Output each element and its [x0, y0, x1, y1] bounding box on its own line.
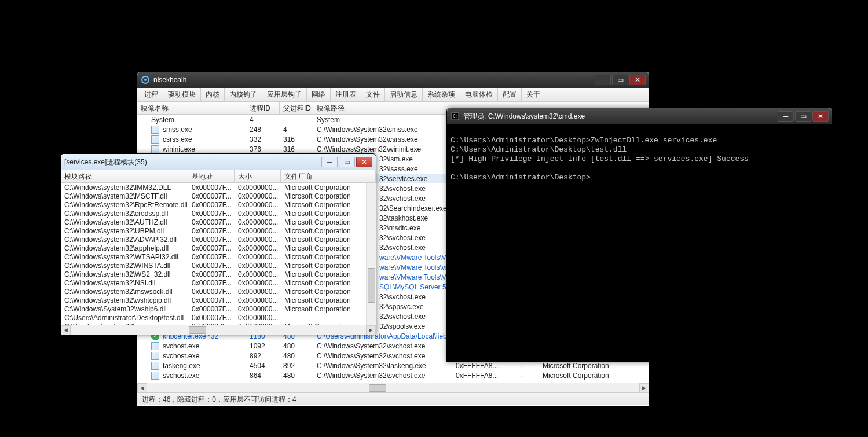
menu-item-7[interactable]: 文件 [361, 88, 385, 101]
menu-item-3[interactable]: 内核钩子 [225, 88, 262, 101]
cmd-titlebar[interactable]: C:\ 管理员: C:\Windows\system32\cmd.exe ─ ▭… [447, 108, 832, 124]
cell-module-path: C:\Users\Administrator\Desktop\test.dll [61, 313, 188, 322]
cell-module-path: C:\Windows\system32\RpcRtRemote.dll [61, 200, 188, 210]
menu-item-1[interactable]: 驱动模块 [163, 88, 201, 101]
cmd-output[interactable]: C:\Users\Administrator\Desktop>ZwInjectD… [447, 124, 832, 362]
table-row[interactable]: C:\Windows\system32\WTSAPI32.dll0x000007… [61, 252, 376, 261]
cell-size: 0x0000000... [235, 287, 281, 296]
cell-ppid: 4 [280, 125, 313, 134]
table-row[interactable]: C:\Windows\system32\MSCTF.dll0x000007F..… [61, 192, 376, 200]
cell-module-path: C:\Windows\system32\apphelp.dll [61, 244, 188, 253]
menu-item-6[interactable]: 注册表 [331, 88, 361, 101]
table-row[interactable]: C:\Windows\system32\mswsock.dll0x000007F… [61, 287, 376, 296]
modules-h-scrollbar[interactable]: ◀ ▶ [61, 325, 376, 335]
v-scrollbar[interactable] [366, 183, 376, 325]
cell-vendor: Microsoft Corporation [281, 296, 376, 305]
cell-pid: 376 [246, 145, 280, 154]
scroll-right-icon[interactable]: ▶ [366, 325, 376, 335]
col-vendor[interactable]: 文件厂商 [281, 170, 376, 182]
cell-base: 0x000007F... [188, 226, 235, 236]
main-titlebar[interactable]: nisekhealh ─ ▭ ✕ [137, 72, 649, 88]
table-row[interactable]: C:\Windows\System32\wship6.dll0x000007F.… [61, 304, 376, 313]
app-file-icon [151, 342, 159, 350]
menu-item-11[interactable]: 配置 [498, 88, 522, 101]
table-row[interactable]: C:\Windows\system32\NSI.dll0x000007F...0… [61, 278, 376, 287]
status-bar: 进程：46，隐藏进程：0，应用层不可访问进程：4 [137, 392, 649, 405]
cell-base: 0x000007F... [188, 313, 235, 322]
close-button[interactable]: ✕ [629, 75, 646, 85]
cell-size: 0x0000000... [235, 209, 281, 218]
menu-item-9[interactable]: 系统杂项 [423, 88, 460, 101]
cell-name: csrss.exe [137, 135, 246, 144]
app-file-icon [151, 372, 159, 380]
menu-item-5[interactable]: 网络 [307, 88, 331, 101]
cell-module-path: C:\Windows\system32\WTSAPI32.dll [61, 252, 188, 262]
app-file-icon [151, 352, 159, 360]
table-row[interactable]: svchost.exe864480C:\Windows\System32\svc… [137, 370, 649, 380]
h-scrollbar[interactable]: ◀ ▶ [137, 383, 649, 392]
cell-module-path: C:\Windows\system32\AUTHZ.dll [61, 218, 188, 227]
table-row[interactable]: C:\Windows\system32\ADVAPI32.dll0x000007… [61, 235, 376, 244]
cell-module-path: C:\Windows\system32\UBPM.dll [61, 226, 188, 236]
table-row[interactable]: C:\Windows\system32\wshtcpip.dll0x000007… [61, 296, 376, 304]
table-row[interactable]: C:\Windows\system32\IMM32.DLL0x000007F..… [61, 183, 376, 192]
col-size[interactable]: 大小 [235, 170, 281, 182]
table-row[interactable]: C:\Windows\system32\UBPM.dll0x000007F...… [61, 226, 376, 235]
cell-vendor: Microsoft Corporation [281, 235, 376, 244]
table-row[interactable]: C:\Windows\system32\AUTHZ.dll0x000007F..… [61, 218, 376, 226]
col-module-path[interactable]: 模块路径 [61, 170, 188, 182]
cell-size: 0x0000000... [235, 296, 281, 305]
scroll-left-icon[interactable]: ◀ [137, 383, 147, 393]
app-file-icon [151, 362, 159, 370]
menu-item-12[interactable]: 关于 [522, 88, 545, 101]
cell-ppid: - [280, 115, 313, 124]
cell-base: 0x000007F... [188, 252, 235, 262]
cmd-maximize-button[interactable]: ▭ [795, 111, 811, 122]
cell-size: 0x0000000... [235, 200, 281, 210]
cell-name: wininit.exe [137, 145, 246, 154]
scroll-left-icon[interactable]: ◀ [61, 325, 71, 335]
modules-close-button[interactable]: ✕ [356, 157, 372, 167]
col-image-name[interactable]: 映像名称 [137, 102, 246, 114]
menu-item-0[interactable]: 进程 [140, 88, 163, 101]
modules-title: [services.exe]进程模块(35) [64, 157, 321, 167]
menu-item-8[interactable]: 启动信息 [385, 88, 423, 101]
cell-ppid: 892 [280, 361, 313, 370]
cmd-close-button[interactable]: ✕ [812, 111, 829, 122]
cell-module-path: C:\Windows\system32\IMM32.DLL [61, 183, 188, 192]
menu-item-4[interactable]: 应用层钩子 [262, 88, 307, 101]
cmd-window: C:\ 管理员: C:\Windows\system32\cmd.exe ─ ▭… [446, 108, 833, 362]
cell-path: 32\SearchIndexer.exe [376, 204, 451, 213]
cell-ppid: 480 [280, 351, 313, 361]
app-file-icon [151, 135, 159, 144]
cell-base: 0x000007F... [188, 261, 235, 270]
col-pid[interactable]: 进程ID [246, 102, 280, 114]
table-row[interactable]: C:\Windows\system32\WS2_32.dll0x000007F.… [61, 270, 376, 278]
table-row[interactable]: C:\Windows\system32\WINSTA.dll0x000007F.… [61, 261, 376, 270]
modules-minimize-button[interactable]: ─ [321, 157, 338, 167]
cell-base: 0x000007F... [188, 270, 235, 279]
col-ppid[interactable]: 父进程ID [280, 102, 313, 114]
menu-item-10[interactable]: 电脑体检 [460, 88, 498, 101]
cell-module-path: C:\Windows\system32\NSI.dll [61, 278, 188, 288]
table-row[interactable]: C:\Windows\system32\apphelp.dll0x000007F… [61, 244, 376, 252]
col-base-addr[interactable]: 基地址 [188, 170, 235, 182]
cell-size: 0x0000000... [235, 304, 281, 314]
menu-item-2[interactable]: 内核 [201, 88, 225, 101]
scroll-right-icon[interactable]: ▶ [639, 383, 649, 393]
modules-maximize-button[interactable]: ▭ [339, 157, 355, 167]
cell-vendor: Microsoft Corporation [281, 261, 376, 270]
cell-extra: - [504, 371, 539, 380]
modules-table-body[interactable]: C:\Windows\system32\IMM32.DLL0x000007F..… [61, 183, 376, 325]
table-row[interactable]: C:\Windows\system32\credssp.dll0x000007F… [61, 209, 376, 218]
cell-size: 0x0000000... [235, 235, 281, 244]
maximize-button[interactable]: ▭ [612, 75, 628, 85]
cell-ppid: 480 [280, 371, 313, 380]
minimize-button[interactable]: ─ [595, 75, 611, 85]
cell-ppid: 316 [280, 135, 313, 144]
cmd-minimize-button[interactable]: ─ [778, 111, 794, 122]
table-row[interactable]: C:\Users\Administrator\Desktop\test.dll0… [61, 313, 376, 322]
modules-titlebar[interactable]: [services.exe]进程模块(35) ─ ▭ ✕ [61, 154, 376, 170]
cell-base: 0x000007F... [188, 304, 235, 314]
table-row[interactable]: C:\Windows\system32\RpcRtRemote.dll0x000… [61, 200, 376, 209]
